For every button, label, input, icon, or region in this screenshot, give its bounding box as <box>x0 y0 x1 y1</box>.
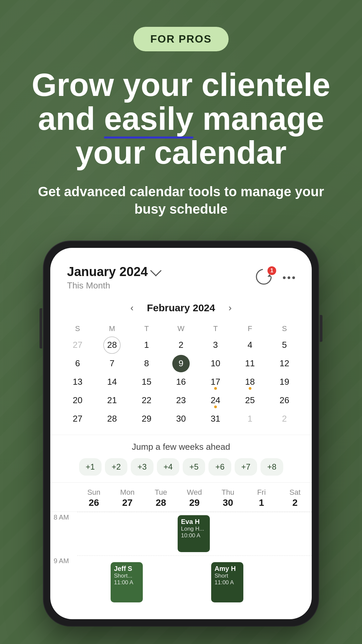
day-header-sun: S <box>60 322 95 336</box>
week-day-sat[interactable]: Sat 2 <box>278 488 312 512</box>
day-name: Thu <box>211 488 245 497</box>
event-name: Eva H <box>181 518 206 526</box>
cal-day[interactable]: 21 <box>95 391 129 410</box>
week-day-wed[interactable]: Wed 29 <box>178 488 211 512</box>
week-day-fri[interactable]: Fri 1 <box>245 488 278 512</box>
cal-day[interactable]: 10 <box>198 354 233 373</box>
page-wrapper: FOR PROS Grow your clientele and easily … <box>0 0 362 626</box>
cal-day[interactable]: 14 <box>95 373 129 391</box>
jump-section: Jump a few weeks ahead +1 +2 +3 +4 +5 +6… <box>50 435 312 482</box>
day-header-tue: T <box>129 322 164 336</box>
mini-cal-header: ‹ February 2024 › <box>60 301 302 315</box>
next-month-button[interactable]: › <box>225 301 235 315</box>
cal-day[interactable]: 18 <box>233 373 267 391</box>
cal-day[interactable]: 28 <box>103 336 121 354</box>
jump-3-button[interactable]: +3 <box>131 458 153 476</box>
cal-day[interactable]: 16 <box>164 373 198 391</box>
calendar-month-label: February 2024 <box>147 302 215 314</box>
phone-frame: January 2024 This Month 1 <box>44 241 318 626</box>
cal-day[interactable]: 12 <box>267 354 302 373</box>
hero-title-part4: your calendar <box>75 135 287 170</box>
cal-day[interactable]: 24 <box>198 391 233 410</box>
day-header-wed: W <box>164 322 198 336</box>
hour-line-8 <box>77 512 312 512</box>
day-num: 1 <box>245 497 278 512</box>
hero-title-part2: and <box>38 101 104 137</box>
day-num: 27 <box>111 497 144 512</box>
cal-day[interactable]: 13 <box>60 373 95 391</box>
cal-day[interactable]: 3 <box>198 336 233 354</box>
cal-day[interactable]: 23 <box>164 391 198 410</box>
jump-6-button[interactable]: +6 <box>208 458 231 476</box>
for-pros-badge: FOR PROS <box>133 27 228 51</box>
phone-mockup: January 2024 This Month 1 <box>44 241 318 626</box>
cal-day[interactable]: 20 <box>60 391 95 410</box>
prev-month-button[interactable]: ‹ <box>127 301 137 315</box>
cal-day[interactable]: 26 <box>267 391 302 410</box>
header-left: January 2024 This Month <box>67 265 160 291</box>
cal-day[interactable]: 30 <box>164 410 198 428</box>
cal-day[interactable]: 17 <box>198 373 233 391</box>
jump-5-button[interactable]: +5 <box>183 458 205 476</box>
cal-day[interactable]: 7 <box>95 354 129 373</box>
hero-subtitle: Get advanced calendar tools to manage yo… <box>0 183 362 218</box>
hero-title-underline: easily <box>104 102 193 136</box>
mini-calendar: ‹ February 2024 › S M T W T F S <box>50 298 312 435</box>
cal-day-today[interactable]: 9 <box>172 355 190 372</box>
month-year-button[interactable]: January 2024 <box>67 265 160 279</box>
day-num: 2 <box>278 497 312 512</box>
cal-day[interactable]: 19 <box>267 373 302 391</box>
app-content: January 2024 This Month 1 <box>50 248 312 619</box>
week-day-tue[interactable]: Tue 28 <box>144 488 178 512</box>
time-col-spacer <box>50 488 77 512</box>
more-button[interactable] <box>283 276 295 279</box>
cal-day[interactable]: 15 <box>129 373 164 391</box>
cal-day[interactable]: 25 <box>233 391 267 410</box>
week-day-sun[interactable]: Sun 26 <box>77 488 111 512</box>
jump-2-button[interactable]: +2 <box>105 458 127 476</box>
event-eva-h[interactable]: Eva H Long H... 10:00 A <box>178 515 210 552</box>
jump-1-button[interactable]: +1 <box>79 458 102 476</box>
cal-day[interactable]: 2 <box>164 336 198 354</box>
week-day-thu[interactable]: Thu 30 <box>211 488 245 512</box>
cal-day[interactable]: 2 <box>267 410 302 428</box>
cal-day[interactable]: 28 <box>95 410 129 428</box>
cal-day[interactable]: 22 <box>129 391 164 410</box>
cal-day[interactable]: 8 <box>129 354 164 373</box>
event-amy-h[interactable]: Amy H Short 11:00 A <box>211 562 243 602</box>
event-name: Amy H <box>215 565 240 573</box>
event-detail: Long H... <box>181 526 206 532</box>
cal-day[interactable]: 11 <box>233 354 267 373</box>
day-num: 26 <box>77 497 111 512</box>
jump-title: Jump a few weeks ahead <box>60 442 302 452</box>
day-name: Sat <box>278 488 312 497</box>
app-header: January 2024 This Month 1 <box>50 248 312 298</box>
hero-title-part3: manage <box>193 101 324 137</box>
cal-day[interactable]: 6 <box>60 354 95 373</box>
this-month-label: This Month <box>67 280 160 291</box>
jump-7-button[interactable]: +7 <box>235 458 257 476</box>
sync-button[interactable]: 1 <box>255 268 275 288</box>
event-jeff-s[interactable]: Jeff S Short... 11:00 A <box>111 562 143 602</box>
cal-day[interactable]: 4 <box>233 336 267 354</box>
schedule-grid: Eva H Long H... 10:00 A Jeff S Short... … <box>77 512 312 619</box>
cal-day[interactable]: 27 <box>60 336 95 354</box>
week-header: Sun 26 Mon 27 Tue 28 <box>50 483 312 512</box>
cal-day[interactable]: 27 <box>60 410 95 428</box>
week-day-mon[interactable]: Mon 27 <box>111 488 144 512</box>
event-detail: Short <box>215 573 240 579</box>
jump-8-button[interactable]: +8 <box>260 458 283 476</box>
jump-4-button[interactable]: +4 <box>157 458 179 476</box>
cal-day[interactable]: 1 <box>233 410 267 428</box>
month-year-text: January 2024 <box>67 265 148 279</box>
day-num: 29 <box>178 497 211 512</box>
cal-day[interactable]: 31 <box>198 410 233 428</box>
cal-day[interactable]: 1 <box>129 336 164 354</box>
time-label-9am: 9 AM <box>50 555 77 599</box>
event-time: 10:00 A <box>181 532 206 539</box>
day-header-sat: S <box>267 322 302 336</box>
header-right: 1 <box>255 268 295 288</box>
cal-day[interactable]: 29 <box>129 410 164 428</box>
cal-day[interactable]: 5 <box>267 336 302 354</box>
event-time: 11:00 A <box>114 579 139 586</box>
